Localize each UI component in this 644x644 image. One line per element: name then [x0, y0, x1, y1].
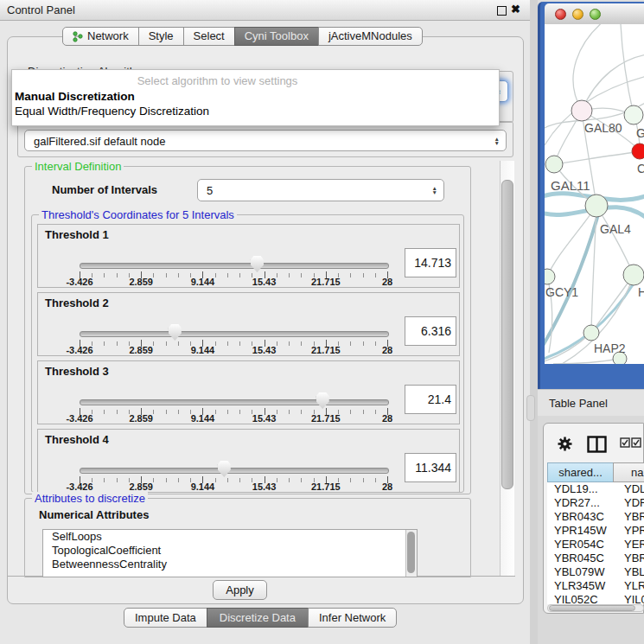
tab-discretize-data-label: Discretize Data: [220, 609, 296, 627]
table-row[interactable]: YLR345WYLR3: [547, 579, 644, 593]
table-row[interactable]: YBL079WYBL0: [547, 565, 644, 579]
node-h[interactable]: [623, 265, 644, 285]
threshold-value-box[interactable]: 11.344: [405, 453, 456, 482]
slider-scale-label: 28: [382, 277, 392, 287]
select-columns-checkbox-icon[interactable]: [620, 437, 642, 448]
column-browser-icon[interactable]: [587, 436, 607, 453]
thresholds-group-label: Threshold's Coordinates for 5 Intervals: [39, 208, 237, 221]
slider-scale: -3.4262.8599.14415.4321.71528: [38, 413, 459, 424]
slider-scale-label: -3.426: [66, 481, 92, 492]
slider-thumb[interactable]: [218, 461, 231, 477]
threshold-value-box[interactable]: 6.316: [405, 316, 456, 346]
menu-item-manual-discretization[interactable]: Manual Discretization: [15, 90, 135, 103]
tab-discretize-data[interactable]: Discretize Data: [207, 608, 309, 628]
column-header-name[interactable]: na: [613, 462, 644, 482]
tab-infer-network[interactable]: Infer Network: [308, 608, 397, 628]
table-cell-name: YER0: [620, 538, 644, 552]
table-cell-shared-name: YBR043C: [547, 510, 620, 524]
tab-network[interactable]: Network: [62, 27, 139, 46]
tab-jactivemnodules[interactable]: jActiveMNodules: [318, 27, 423, 46]
network-graph: GAL80 GA C GAL11 GAL4 GCY1 H HAP2: [545, 24, 644, 364]
tab-impute-data[interactable]: Impute Data: [124, 608, 207, 628]
numerical-attributes-list[interactable]: SelfLoopsTopologicalCoefficientBetweenne…: [42, 529, 418, 577]
gear-icon[interactable]: [558, 437, 572, 451]
slider-scale-label: 15.43: [252, 481, 277, 492]
split-pane-handle[interactable]: [526, 395, 535, 421]
slider-scale-label: 9.144: [191, 345, 215, 355]
node-label-gal11: GAL11: [551, 178, 590, 193]
combo-stepper-icon[interactable]: ▲▼: [494, 137, 500, 145]
table-row[interactable]: YER054CYER0: [547, 538, 644, 552]
table-horizontal-scrollbar[interactable]: [547, 604, 644, 612]
slider-track[interactable]: [80, 399, 389, 405]
slider-scale-label: 9.144: [191, 481, 215, 492]
apply-button[interactable]: Apply: [213, 580, 267, 600]
combo-stepper-icon[interactable]: ▲▼: [432, 186, 437, 194]
node-hap2[interactable]: [583, 325, 599, 341]
table-cell-shared-name: YPR145W: [547, 524, 620, 538]
tab-infer-network-label: Infer Network: [319, 609, 386, 627]
tab-style[interactable]: Style: [138, 27, 184, 46]
tab-select[interactable]: Select: [183, 27, 235, 46]
zoom-traffic-light[interactable]: [590, 9, 601, 20]
node-gal4[interactable]: [585, 194, 608, 217]
number-of-intervals-label: Number of Intervals: [52, 183, 157, 196]
close-traffic-light[interactable]: [555, 9, 566, 20]
slider-track[interactable]: [80, 331, 389, 337]
attributes-scrollbar-thumb[interactable]: [407, 532, 415, 573]
node-gal11[interactable]: [545, 156, 563, 173]
table-row[interactable]: YDR27...YDR2: [547, 496, 644, 510]
threshold-label: Threshold 3: [45, 365, 109, 378]
threshold-value-box[interactable]: 21.4: [405, 385, 456, 414]
table-cell-name: YBR0: [620, 552, 644, 565]
control-panel-window: Control Panel ✖ Network Style Select Cyn…: [0, 0, 531, 644]
slider-thumb[interactable]: [316, 392, 329, 409]
split-pane-gutter[interactable]: [530, 0, 538, 644]
network-icon: [73, 31, 83, 42]
attributes-group-label: Attributes to discretize: [32, 492, 148, 505]
node-red[interactable]: [632, 143, 644, 159]
number-of-intervals-combobox[interactable]: 5 ▲▼: [197, 179, 444, 201]
menu-item-equal-width-frequency[interactable]: Equal Width/Frequency Discretization: [15, 105, 209, 118]
table-row[interactable]: YIL052CYIL0: [547, 593, 644, 604]
table-cell-shared-name: YBL079W: [547, 565, 620, 579]
table-row[interactable]: YBR043CYBR0: [547, 510, 644, 524]
table-data-combobox[interactable]: galFiltered.sif default node ▲▼: [24, 130, 507, 151]
table-cell-name: YIL0: [620, 593, 644, 604]
float-window-icon[interactable]: [497, 6, 507, 16]
slider-scale-label: 2.859: [129, 481, 153, 492]
column-header-shared-name[interactable]: shared...: [547, 462, 614, 482]
node-table-rows[interactable]: YDL19...YDL1YDR27...YDR2YBR043CYBR0YPR14…: [547, 482, 644, 604]
node-label-clipped-g: GA: [636, 126, 644, 140]
slider-thumb[interactable]: [169, 324, 182, 341]
table-data-group: Table Data galFiltered.sif default node …: [17, 121, 513, 157]
tab-cyni-toolbox[interactable]: Cyni Toolbox: [234, 27, 319, 46]
network-canvas[interactable]: GAL80 GA C GAL11 GAL4 GCY1 H HAP2: [545, 24, 644, 364]
main-vertical-scrollbar-thumb[interactable]: [501, 180, 513, 489]
threshold-value-box[interactable]: 14.713: [405, 248, 456, 277]
table-row[interactable]: YBR045CYBR0: [547, 552, 644, 565]
attributes-group: Attributes to discretize Numerical Attri…: [24, 498, 471, 577]
node-label-gcy1: GCY1: [545, 285, 578, 299]
minimize-traffic-light[interactable]: [572, 9, 583, 20]
slider-scale-label: 21.715: [311, 413, 341, 424]
top-tab-bar: Network Style Select Cyni Toolbox jActiv…: [62, 27, 423, 46]
table-row[interactable]: YDL19...YDL1: [547, 482, 644, 496]
slider-scale-label: 21.715: [311, 345, 341, 355]
list-item[interactable]: TopologicalCoefficient: [43, 544, 417, 558]
node-gal80[interactable]: [571, 100, 592, 121]
slider-track[interactable]: [80, 468, 389, 474]
network-view-titlebar: [545, 3, 644, 25]
slider-thumb[interactable]: [251, 256, 264, 272]
list-item[interactable]: BetweennessCentrality: [43, 558, 417, 571]
attributes-scrollbar[interactable]: [405, 530, 417, 577]
table-horizontal-scrollbar-thumb[interactable]: [549, 605, 635, 611]
node-gcy1[interactable]: [545, 269, 555, 284]
interval-definition-group-label: Interval Definition: [32, 160, 124, 173]
close-icon[interactable]: ✖: [511, 3, 520, 16]
table-row[interactable]: YPR145WYPR1: [547, 524, 644, 538]
slider-scale-label: 9.144: [191, 413, 215, 424]
list-item[interactable]: SelfLoops: [43, 530, 417, 544]
node[interactable]: [624, 105, 643, 124]
slider-track[interactable]: [80, 263, 389, 269]
